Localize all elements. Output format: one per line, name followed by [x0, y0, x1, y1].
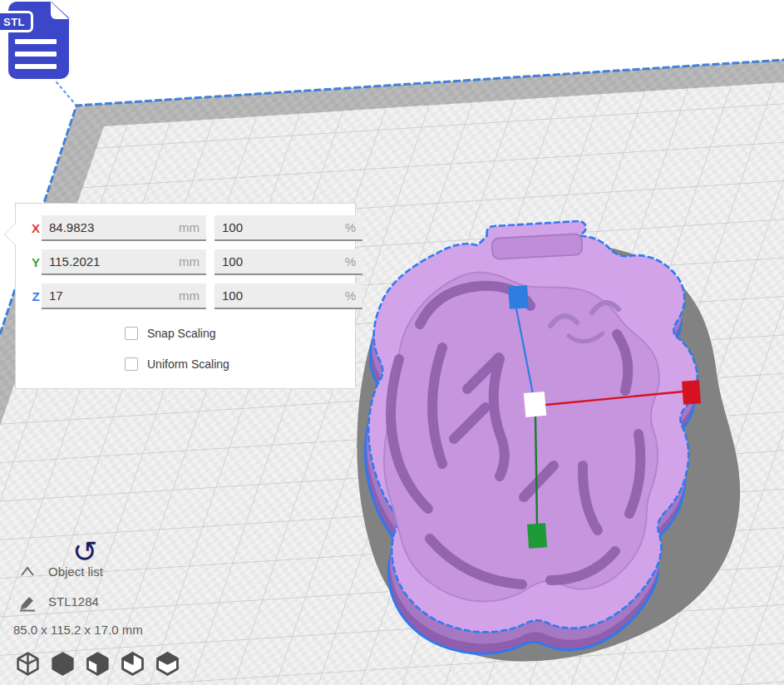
scale-x-percent-input[interactable] [214, 215, 362, 239]
view-right-icon[interactable] [155, 651, 180, 677]
camera-view-toolbar [15, 651, 180, 677]
snap-scaling-label: Snap Scaling [147, 327, 216, 340]
view-3d-icon[interactable] [15, 651, 41, 677]
scale-row-x: X mm % [16, 215, 355, 241]
scale-row-y: Y mm % [16, 249, 355, 275]
edit-pencil-icon [18, 592, 38, 612]
snap-scaling-checkbox[interactable] [125, 327, 138, 340]
scale-handle-center[interactable] [524, 392, 546, 417]
keychain-tab-slot [491, 234, 582, 259]
uniform-scaling-checkbox[interactable] [125, 357, 138, 371]
expand-object-list-icon[interactable] [19, 564, 36, 579]
scale-y-mm-input[interactable] [42, 249, 206, 274]
model-dimensions: 85.0 x 115.2 x 17.0 mm [13, 623, 143, 637]
view-top-icon[interactable] [85, 651, 111, 677]
scale-handle-z[interactable] [508, 285, 529, 309]
uniform-scaling-option: Uniform Scaling [125, 357, 229, 372]
scale-handle-x[interactable] [682, 380, 701, 404]
scale-handle-y[interactable] [527, 523, 547, 548]
viewport[interactable]: STL X mm % Y mm % [0, 0, 784, 685]
stl-file-icon: STL [0, 0, 77, 81]
scale-z-mm-input[interactable] [42, 283, 206, 308]
build-volume-vertical-edge [52, 77, 76, 105]
view-front-icon[interactable] [50, 651, 76, 677]
scale-row-z: Z mm % [16, 283, 355, 309]
object-list-toggle[interactable]: Object list [48, 564, 103, 579]
object-name[interactable]: STL1284 [48, 594, 99, 609]
model-cat-mold[interactable] [365, 221, 698, 653]
scale-tool-panel: X mm % Y mm % Z mm [15, 203, 356, 389]
uniform-scaling-label: Uniform Scaling [147, 357, 229, 371]
scale-z-percent-input[interactable] [214, 283, 362, 308]
view-left-icon[interactable] [120, 651, 145, 677]
panel-caret [5, 224, 16, 245]
snap-scaling-option: Snap Scaling [125, 326, 216, 341]
scale-x-mm-input[interactable] [42, 215, 206, 239]
scale-y-percent-input[interactable] [214, 249, 362, 274]
stl-badge: STL [0, 11, 33, 32]
